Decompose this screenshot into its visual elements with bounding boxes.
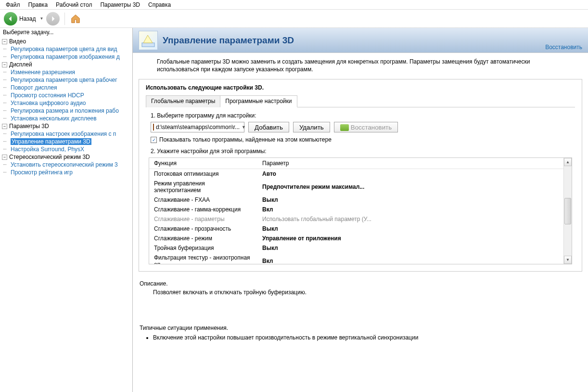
- sidebar: Выберите задачу... −ВидеоРегулировка пар…: [0, 28, 133, 392]
- toolbar: Назад ▼: [0, 10, 588, 28]
- menubar: ФайлПравкаРабочий столПараметры 3DСправк…: [0, 0, 588, 10]
- tree-item[interactable]: Просмотр состояния HDCP: [11, 92, 84, 99]
- toolbar-separator: [64, 13, 65, 25]
- tab[interactable]: Глобальные параметры: [146, 95, 220, 107]
- settings-panel: Использовать следующие настройки 3D. Гло…: [139, 79, 582, 272]
- restore-link[interactable]: Восстановить: [545, 44, 582, 51]
- settings-row[interactable]: Сглаживание - режимУправление от приложе…: [149, 234, 572, 243]
- settings-row[interactable]: Сглаживание - гамма-коррекцияВкл: [149, 205, 572, 214]
- panel-title: Использовать следующие настройки 3D.: [146, 84, 575, 91]
- settings-table: Функция Параметр Потоковая оптимизацияАв…: [149, 158, 572, 264]
- settings-table-wrap: Функция Параметр Потоковая оптимизацияАв…: [149, 157, 572, 264]
- usage-list: Включение этой настройки повышает произв…: [153, 334, 588, 341]
- settings-row[interactable]: Режим управления электропитаниемПредпочт…: [149, 179, 572, 195]
- usage-block: Типичные ситуации применения. Включение …: [140, 325, 588, 341]
- content-pane: Управление параметрами 3D Восстановить Г…: [133, 28, 588, 392]
- tree-toggle[interactable]: −: [2, 155, 7, 160]
- settings-row[interactable]: Потоковая оптимизацияАвто: [149, 169, 572, 179]
- vertical-scrollbar[interactable]: ▲ ▼: [563, 158, 572, 264]
- chevron-down-icon[interactable]: ▼: [39, 16, 43, 21]
- tree-item[interactable]: Установка нескольких дисплеев: [11, 115, 97, 122]
- show-found-label: Показывать только программы, найденные н…: [159, 136, 332, 143]
- sidebar-header: Выберите задачу...: [0, 28, 132, 37]
- step1-label: 1. Выберите программу для настройки:: [151, 112, 575, 119]
- tree-item[interactable]: Управление параметрами 3D: [11, 138, 91, 145]
- settings-row[interactable]: Сглаживание - FXAAВыкл: [149, 195, 572, 205]
- chevron-down-icon: ▼: [242, 125, 246, 130]
- tree-item[interactable]: Установить стереоскопический режим 3: [11, 161, 118, 168]
- settings-row[interactable]: Тройная буферизацияВыкл: [149, 243, 572, 253]
- scroll-down-button[interactable]: ▼: [564, 256, 572, 264]
- col-function[interactable]: Функция: [149, 158, 257, 169]
- nav-forward-button[interactable]: [46, 12, 60, 26]
- step2-label: 2. Укажите настройки для этой программы:: [151, 148, 575, 155]
- tree-toggle[interactable]: −: [2, 62, 7, 67]
- intro-text: Глобальные параметры 3D можно заменить и…: [133, 53, 588, 76]
- header-banner: Управление параметрами 3D Восстановить: [133, 28, 588, 53]
- tree-item[interactable]: Регулировка параметров цвета рабочег: [11, 77, 117, 83]
- page-title: Управление параметрами 3D: [163, 35, 294, 46]
- usage-item: Включение этой настройки повышает произв…: [153, 334, 588, 341]
- tree-group-label[interactable]: Параметры 3D: [9, 123, 49, 130]
- nav-tree: −ВидеоРегулировка параметров цвета для в…: [0, 37, 132, 177]
- tree-group-label[interactable]: Дисплей: [9, 61, 32, 68]
- show-found-checkbox[interactable]: ✓: [151, 137, 157, 143]
- settings-row[interactable]: Фильтрация текстур - анизотропная оп...В…: [149, 253, 572, 264]
- tree-toggle[interactable]: −: [2, 124, 7, 129]
- tree-item[interactable]: Установка цифрового аудио: [11, 100, 86, 106]
- tree-item[interactable]: Регулировка размера и положения рабо: [11, 107, 119, 114]
- tree-toggle[interactable]: −: [2, 39, 7, 44]
- tab-bar: Глобальные параметрыПрограммные настройк…: [146, 95, 575, 107]
- remove-button[interactable]: Удалить: [293, 122, 330, 132]
- nav-back-label: Назад: [19, 15, 36, 22]
- tree-item[interactable]: Поворот дисплея: [11, 84, 57, 91]
- tree-item[interactable]: Изменение разрешения: [11, 69, 75, 76]
- settings-row[interactable]: Сглаживание - прозрачностьВыкл: [149, 224, 572, 234]
- description-text: Позволяет включать и отключать тройную б…: [153, 289, 588, 296]
- tree-item[interactable]: Просмотр рейтинга игр: [11, 169, 73, 176]
- description-block: Описание. Позволяет включать и отключать…: [140, 280, 588, 296]
- home-button[interactable]: [70, 13, 81, 25]
- program-path: d:\steam\steamapps\common\r...: [156, 124, 240, 131]
- tree-group-label[interactable]: Стереоскопический режим 3D: [9, 154, 90, 160]
- restore-program-button[interactable]: Восстановить: [334, 122, 398, 132]
- usage-title: Типичные ситуации применения.: [140, 325, 588, 331]
- menu-Файл[interactable]: Файл: [2, 1, 24, 8]
- scroll-thumb[interactable]: [564, 198, 571, 224]
- tree-item[interactable]: Регулировка настроек изображения с п: [11, 131, 116, 137]
- tree-item[interactable]: Регулировка параметров цвета для вид: [11, 46, 117, 52]
- banner-icon: [139, 31, 158, 50]
- tree-item[interactable]: Настройка Surround, PhysX: [11, 146, 84, 153]
- nvidia-icon: [340, 124, 349, 131]
- program-icon: [153, 124, 154, 131]
- menu-Справка[interactable]: Справка: [144, 1, 175, 8]
- svg-rect-0: [142, 43, 154, 47]
- menu-Рабочий стол[interactable]: Рабочий стол: [52, 1, 96, 8]
- nav-back-button[interactable]: [4, 12, 17, 26]
- menu-Параметры 3D[interactable]: Параметры 3D: [96, 1, 144, 8]
- tab[interactable]: Программные настройки: [220, 95, 297, 107]
- add-button[interactable]: Добавить: [248, 122, 289, 132]
- tree-item[interactable]: Регулировка параметров изображения д: [11, 53, 120, 60]
- tree-group-label[interactable]: Видео: [9, 38, 26, 45]
- description-title: Описание.: [140, 280, 588, 287]
- settings-row[interactable]: Сглаживание - параметрыИспользовать глоб…: [149, 214, 572, 224]
- col-parameter[interactable]: Параметр: [257, 158, 562, 169]
- scroll-up-button[interactable]: ▲: [564, 158, 572, 166]
- menu-Правка[interactable]: Правка: [25, 1, 52, 8]
- program-select[interactable]: d:\steam\steamapps\common\r... ▼: [151, 122, 244, 132]
